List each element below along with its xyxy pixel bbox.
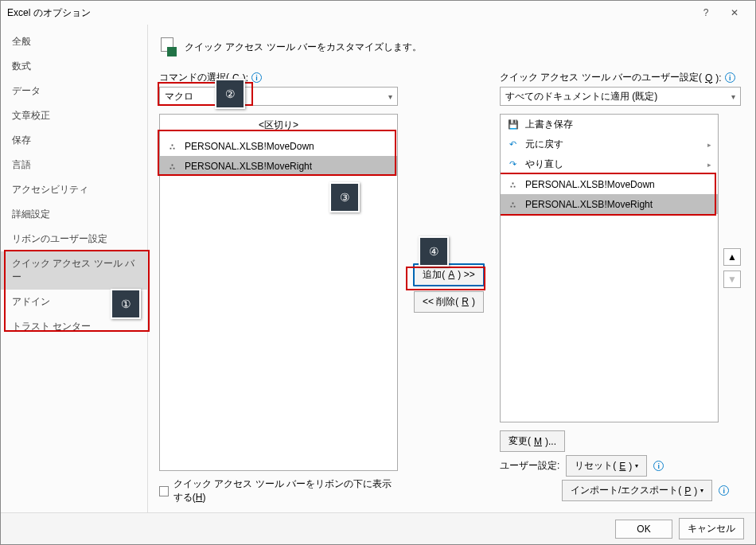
window-title: Excel のオプション — [7, 6, 692, 20]
banner-icon — [159, 37, 177, 56]
dialog-window: Excel のオプション ? ✕ 全般 数式 データ 文章校正 保存 言語 アク… — [0, 0, 756, 545]
right-bottom: 変更(M)... ユーザー設定: リセット(E) ▾ i — [500, 427, 741, 504]
chevron-down-icon: ▾ — [635, 462, 638, 469]
show-below-ribbon-row[interactable]: クイック アクセス ツール バーをリボンの下に表示する(H) — [159, 477, 398, 504]
chevron-down-icon: ▾ — [700, 487, 703, 494]
list-item[interactable]: ⛬ PERSONAL.XLSB!MoveRight — [501, 194, 718, 214]
sidebar: 全般 数式 データ 文章校正 保存 言語 アクセシビリティ 詳細設定 リボンのユ… — [1, 25, 148, 512]
ok-button[interactable]: OK — [615, 520, 672, 539]
sidebar-item-customize-ribbon[interactable]: リボンのユーザー設定 — [1, 227, 147, 251]
separator-row[interactable]: <区切り> — [160, 115, 397, 136]
redo-icon: ↷ — [507, 158, 519, 170]
list-item[interactable]: ↷ やり直し ▸ — [501, 154, 718, 174]
sidebar-item-formulas[interactable]: 数式 — [1, 54, 147, 79]
footer: OK キャンセル — [1, 512, 755, 544]
titlebar: Excel のオプション ? ✕ — [1, 1, 755, 25]
move-buttons: ▲ ▼ — [723, 114, 741, 422]
info-icon[interactable]: i — [653, 461, 664, 471]
dialog-body: 全般 数式 データ 文章校正 保存 言語 アクセシビリティ 詳細設定 リボンのユ… — [1, 25, 755, 512]
modify-button[interactable]: 変更(M)... — [500, 430, 565, 452]
columns: コマンドの選択(C): i マクロ <区切り> ⛬ PERSONAL.XLSB!… — [159, 71, 741, 504]
info-icon[interactable]: i — [725, 72, 735, 83]
cancel-button[interactable]: キャンセル — [679, 518, 744, 539]
commands-dropdown[interactable]: マクロ — [159, 87, 398, 106]
chevron-right-icon: ▸ — [707, 141, 711, 149]
reset-button[interactable]: リセット(E) ▾ — [566, 455, 647, 477]
left-label: コマンドの選択(C): i — [159, 71, 398, 84]
list-item[interactable]: ⛬ PERSONAL.XLSB!MoveDown — [160, 136, 397, 156]
remove-button[interactable]: << 削除(R) — [414, 291, 484, 313]
move-up-button[interactable]: ▲ — [723, 248, 741, 266]
banner: クイック アクセス ツール バーをカスタマイズします。 — [159, 37, 741, 56]
info-icon[interactable]: i — [251, 72, 262, 83]
import-export-button[interactable]: インポート/エクスポート(P) ▾ — [562, 480, 712, 501]
left-column: コマンドの選択(C): i マクロ <区切り> ⛬ PERSONAL.XLSB!… — [159, 71, 398, 504]
save-icon: 💾 — [507, 119, 519, 130]
macro-icon: ⛬ — [507, 178, 519, 190]
user-settings-label: ユーザー設定: — [500, 459, 559, 473]
scope-dropdown[interactable]: すべてのドキュメントに適用 (既定) — [500, 87, 741, 106]
macro-icon: ⛬ — [166, 160, 178, 172]
available-commands-list[interactable]: <区切り> ⛬ PERSONAL.XLSB!MoveDown ⛬ PERSONA… — [159, 114, 398, 471]
callout-1: ① — [111, 289, 141, 319]
show-below-ribbon-checkbox[interactable] — [159, 486, 169, 496]
sidebar-item-data[interactable]: データ — [1, 79, 147, 103]
macro-icon: ⛬ — [166, 140, 178, 152]
list-item[interactable]: ⛬ PERSONAL.XLSB!MoveDown — [501, 174, 718, 194]
list-item[interactable]: ⛬ PERSONAL.XLSB!MoveRight — [160, 156, 397, 176]
macro-icon: ⛬ — [507, 198, 519, 210]
move-down-button[interactable]: ▼ — [723, 271, 741, 288]
help-button[interactable]: ? — [692, 1, 720, 25]
info-icon[interactable]: i — [719, 485, 729, 496]
dropdown-value: マクロ — [165, 90, 193, 103]
right-column: クイック アクセス ツール バーのユーザー設定(Q): i すべてのドキュメント… — [500, 71, 741, 504]
dropdown-value: すべてのドキュメントに適用 (既定) — [505, 90, 657, 103]
callout-3: ③ — [329, 182, 360, 212]
sidebar-item-proofing[interactable]: 文章校正 — [1, 103, 147, 128]
right-label: クイック アクセス ツール バーのユーザー設定(Q): i — [500, 71, 741, 84]
undo-icon: ↶ — [507, 138, 519, 150]
list-item[interactable]: ↶ 元に戻す ▸ — [501, 134, 718, 154]
callout-4: ④ — [419, 236, 449, 267]
chevron-right-icon: ▸ — [707, 161, 711, 169]
list-item[interactable]: 💾 上書き保存 — [501, 115, 718, 134]
mid-column: 追加(A) >> << 削除(R) — [409, 71, 489, 504]
sidebar-item-advanced[interactable]: 詳細設定 — [1, 202, 147, 227]
qat-list[interactable]: 💾 上書き保存 ↶ 元に戻す ▸ ↷ やり直し ▸ — [500, 114, 719, 422]
sidebar-item-language[interactable]: 言語 — [1, 153, 147, 177]
main-panel: クイック アクセス ツール バーをカスタマイズします。 コマンドの選択(C): … — [148, 25, 755, 512]
sidebar-item-save[interactable]: 保存 — [1, 128, 147, 153]
banner-text: クイック アクセス ツール バーをカスタマイズします。 — [185, 41, 422, 54]
sidebar-item-general[interactable]: 全般 — [1, 29, 147, 54]
sidebar-item-accessibility[interactable]: アクセシビリティ — [1, 177, 147, 202]
sidebar-item-quick-access-toolbar[interactable]: クイック アクセス ツール バー — [1, 251, 147, 290]
close-button[interactable]: ✕ — [720, 1, 749, 25]
callout-2: ② — [215, 79, 245, 109]
